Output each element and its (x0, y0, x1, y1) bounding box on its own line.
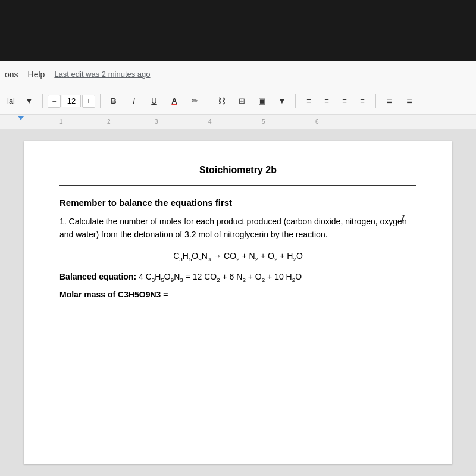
balanced-equation: Balanced equation: 4 C3H5O9N3 = 12 CO2 +… (60, 272, 416, 283)
insert-comment-button[interactable]: ⊞ (233, 93, 250, 109)
document-area: Stoichiometry 2b Remember to balance the… (0, 129, 476, 476)
image-dropdown[interactable]: ▼ (274, 93, 290, 109)
highlighter-icon: ✏ (192, 96, 198, 105)
insert-link-button[interactable]: ⛓ (213, 93, 230, 109)
unbalanced-equation: C3H5O9N3 → CO2 + N2 + O2 + H2O (60, 251, 416, 262)
comment-icon: ⊞ (239, 96, 245, 105)
ruler: 1 2 3 4 5 6 (0, 115, 476, 129)
list-icon: ≡ (406, 96, 412, 107)
molar-mass-label: Molar mass of C3H5O9N3 = (60, 290, 416, 299)
font-color-button[interactable]: A (166, 93, 183, 109)
ruler-indent-marker[interactable] (18, 116, 24, 120)
toolbar-divider-1 (42, 94, 43, 108)
menu-item-ons[interactable]: ons (5, 70, 18, 79)
toolbar-divider-2 (100, 94, 101, 108)
document-title: Stoichiometry 2b (60, 165, 416, 176)
toolbar-divider-3 (208, 94, 208, 108)
font-size-increase[interactable]: + (82, 95, 95, 108)
line-spacing-icon: ≡ (386, 96, 392, 107)
highlight-button[interactable]: ✏ (186, 93, 203, 109)
top-black-bar (0, 0, 476, 61)
last-edit-status: Last edit was 2 minutes ago (54, 70, 150, 79)
line-spacing-button[interactable]: ≡ (381, 93, 397, 109)
list-button[interactable]: ≡ (401, 93, 418, 109)
font-color-icon: A (171, 96, 177, 105)
question-text: 1. Calculate the number of moles for eac… (60, 215, 416, 242)
section-header: Remember to balance the equations first (60, 198, 416, 208)
link-icon: ⛓ (218, 96, 226, 105)
toolbar-divider-4 (295, 94, 296, 108)
document-content: Stoichiometry 2b Remember to balance the… (60, 165, 416, 299)
align-justify-button[interactable]: ≡ (354, 93, 371, 109)
text-cursor: 𝐼 (400, 212, 405, 226)
balanced-label: Balanced equation: (60, 272, 136, 281)
font-dropdown-arrow[interactable]: ▼ (21, 93, 37, 109)
align-left-button[interactable]: ≡ (300, 93, 317, 109)
document-page: Stoichiometry 2b Remember to balance the… (24, 141, 452, 464)
font-size-value[interactable]: 12 (62, 95, 81, 107)
align-right-button[interactable]: ≡ (336, 93, 353, 109)
italic-button[interactable]: I (126, 93, 142, 109)
toolbar: ial ▼ − 12 + B I U A ✏ ⛓ ⊞ ▣ ▼ ≡ ≡ ≡ ≡ ≡… (0, 87, 476, 115)
font-size-control: − 12 + (48, 95, 95, 108)
title-divider (60, 185, 416, 186)
insert-image-button[interactable]: ▣ (253, 93, 270, 109)
align-buttons: ≡ ≡ ≡ ≡ (300, 93, 371, 109)
image-icon: ▣ (258, 96, 265, 105)
align-center-button[interactable]: ≡ (318, 93, 335, 109)
bold-button[interactable]: B (105, 93, 122, 109)
menu-bar: ons Help Last edit was 2 minutes ago (0, 61, 476, 87)
underline-button[interactable]: U (146, 93, 162, 109)
font-family-selector[interactable]: ial (5, 95, 17, 107)
toolbar-divider-5 (375, 94, 376, 108)
font-size-decrease[interactable]: − (48, 95, 61, 108)
menu-item-help[interactable]: Help (28, 70, 45, 79)
